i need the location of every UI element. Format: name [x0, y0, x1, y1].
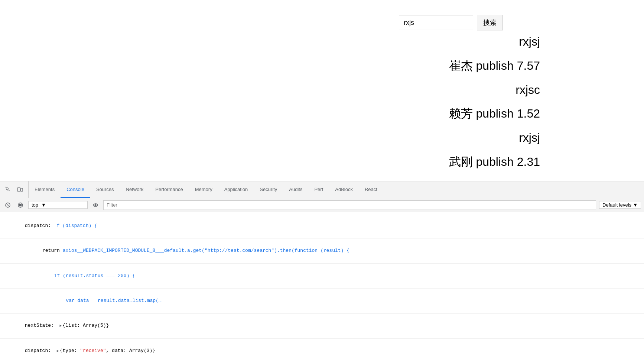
console-toolbar: top ▼ Default levels ▼ — [0, 198, 644, 212]
svg-point-7 — [95, 204, 96, 206]
result-item-2: 崔杰 publish 7.57 — [449, 57, 540, 74]
devtools-panel: Elements Console Sources Network Perform… — [0, 181, 644, 362]
context-dropdown-arrow: ▼ — [41, 202, 46, 208]
inspect-element-icon[interactable] — [3, 184, 13, 195]
levels-dropdown[interactable]: Default levels ▼ — [599, 201, 641, 209]
console-line-1: dispatch: f (dispatch) { — [0, 214, 644, 238]
console-line-2: return axios__WEBPACK_IMPORTED_MODULE_8_… — [0, 238, 644, 263]
levels-arrow-icon: ▼ — [633, 202, 638, 208]
svg-line-3 — [7, 204, 9, 206]
result-item-6: 武刚 publish 2.31 — [449, 154, 540, 170]
tab-sources[interactable]: Sources — [90, 181, 120, 198]
svg-rect-1 — [21, 188, 23, 191]
tab-audits[interactable]: Audits — [283, 181, 308, 198]
expand-arrow-5: ▶ — [59, 323, 62, 329]
eye-icon[interactable] — [91, 200, 100, 210]
console-line-5[interactable]: nextState: ▶{list: Array(5)} — [0, 314, 644, 339]
filter-input[interactable] — [103, 200, 596, 210]
search-section: 搜索 — [399, 15, 503, 30]
results-area: rxjsj 崔杰 publish 7.57 rxjsc 赖芳 publish 1… — [449, 33, 540, 170]
tab-application[interactable]: Application — [218, 181, 254, 198]
main-content: 搜索 rxjsj 崔杰 publish 7.57 rxjsc 赖芳 publis… — [0, 0, 644, 181]
tab-performance[interactable]: Performance — [149, 181, 189, 198]
console-line-4: var data = result.data.list.map(… — [0, 289, 644, 313]
svg-rect-0 — [17, 188, 20, 191]
result-item-5: rxjsj — [449, 129, 540, 146]
tab-adblock[interactable]: AdBlock — [329, 181, 359, 198]
console-line-3: if (result.status === 200) { — [0, 264, 644, 289]
devtools-icon-group — [0, 181, 29, 198]
devtools-toolbar: Elements Console Sources Network Perform… — [0, 181, 644, 198]
result-item-4: 赖芳 publish 1.52 — [449, 105, 540, 122]
tab-security[interactable]: Security — [254, 181, 283, 198]
tab-memory[interactable]: Memory — [189, 181, 218, 198]
device-toolbar-icon[interactable] — [15, 184, 25, 195]
console-line-6[interactable]: dispatch: ▶{type: "receive", data: Array… — [0, 339, 644, 362]
context-selector[interactable]: top ▼ — [28, 201, 88, 209]
search-button[interactable]: 搜索 — [477, 15, 503, 30]
result-item-3: rxjsc — [449, 82, 540, 98]
context-value: top — [32, 202, 38, 208]
clear-console-icon[interactable] — [3, 200, 13, 210]
tab-react[interactable]: React — [359, 181, 383, 198]
expand-arrow-6: ▶ — [57, 348, 59, 354]
tab-console[interactable]: Console — [61, 181, 90, 198]
tab-elements[interactable]: Elements — [29, 181, 61, 198]
tab-network[interactable]: Network — [120, 181, 150, 198]
result-item-1: rxjsj — [449, 33, 540, 50]
svg-rect-5 — [20, 204, 22, 206]
levels-label: Default levels — [602, 202, 631, 208]
devtools-tabs: Elements Console Sources Network Perform… — [29, 181, 644, 198]
tab-perf[interactable]: Perf — [308, 181, 329, 198]
search-input[interactable] — [399, 16, 473, 30]
stop-icon[interactable] — [16, 200, 25, 210]
console-output: dispatch: f (dispatch) { return axios__W… — [0, 212, 644, 362]
